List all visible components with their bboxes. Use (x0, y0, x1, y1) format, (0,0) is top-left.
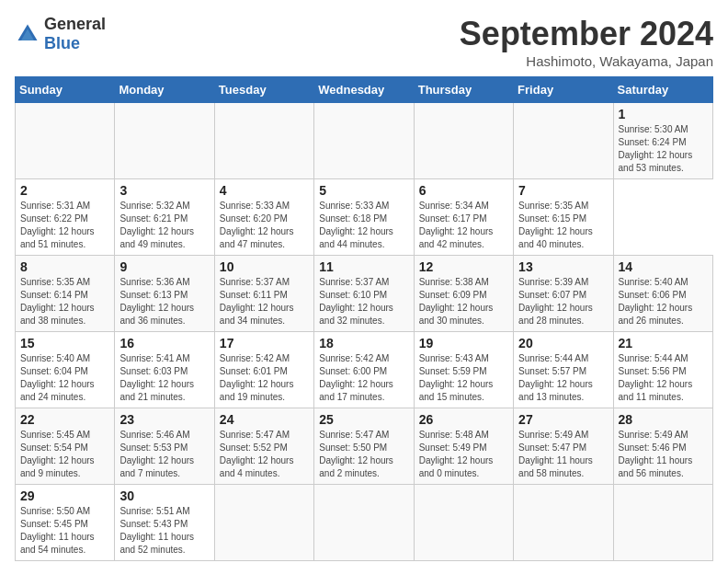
calendar-cell: 6Sunrise: 5:34 AMSunset: 6:17 PMDaylight… (414, 179, 513, 256)
calendar-cell (115, 103, 214, 179)
day-number: 10 (220, 259, 309, 274)
calendar-header: Sunday Monday Tuesday Wednesday Thursday… (16, 77, 713, 103)
day-number: 7 (518, 183, 608, 198)
calendar-cell: 2Sunrise: 5:31 AMSunset: 6:22 PMDaylight… (16, 179, 115, 256)
calendar-cell: 14Sunrise: 5:40 AMSunset: 6:06 PMDayligh… (613, 256, 712, 332)
day-number: 26 (419, 412, 508, 427)
day-details: Sunrise: 5:41 AMSunset: 6:03 PMDaylight:… (119, 352, 209, 404)
calendar-cell: 22Sunrise: 5:45 AMSunset: 5:54 PMDayligh… (16, 408, 115, 485)
header-wednesday: Wednesday (314, 77, 414, 103)
calendar-cell (514, 485, 613, 561)
day-details: Sunrise: 5:44 AMSunset: 5:57 PMDaylight:… (518, 352, 608, 404)
day-number: 14 (619, 259, 708, 274)
calendar-cell: 13Sunrise: 5:39 AMSunset: 6:07 PMDayligh… (514, 256, 613, 332)
day-details: Sunrise: 5:49 AMSunset: 5:46 PMDaylight:… (619, 429, 708, 480)
day-details: Sunrise: 5:50 AMSunset: 5:45 PMDaylight:… (20, 505, 109, 557)
logo-icon (15, 21, 40, 47)
calendar-cell: 1Sunrise: 5:30 AMSunset: 6:24 PMDaylight… (613, 103, 712, 179)
calendar-cell: 26Sunrise: 5:48 AMSunset: 5:49 PMDayligh… (414, 408, 513, 485)
day-number: 28 (619, 412, 708, 427)
calendar-cell: 15Sunrise: 5:40 AMSunset: 6:04 PMDayligh… (16, 332, 115, 408)
calendar-cell: 11Sunrise: 5:37 AMSunset: 6:10 PMDayligh… (314, 256, 414, 332)
header-thursday: Thursday (414, 77, 513, 103)
day-details: Sunrise: 5:47 AMSunset: 5:52 PMDaylight:… (220, 429, 309, 480)
day-number: 22 (20, 412, 109, 427)
day-details: Sunrise: 5:45 AMSunset: 5:54 PMDaylight:… (20, 429, 109, 480)
calendar-cell: 9Sunrise: 5:36 AMSunset: 6:13 PMDaylight… (115, 256, 214, 332)
logo-general: General (44, 15, 106, 33)
calendar-cell: 23Sunrise: 5:46 AMSunset: 5:53 PMDayligh… (115, 408, 214, 485)
title-area: September 2024 Hashimoto, Wakayama, Japa… (460, 15, 713, 69)
day-number: 12 (419, 259, 508, 274)
day-details: Sunrise: 5:34 AMSunset: 6:17 PMDaylight:… (419, 200, 508, 251)
header-sunday: Sunday (16, 77, 115, 103)
day-details: Sunrise: 5:44 AMSunset: 5:56 PMDaylight:… (619, 352, 708, 404)
day-details: Sunrise: 5:47 AMSunset: 5:50 PMDaylight:… (319, 429, 408, 480)
logo-blue: Blue (44, 34, 80, 52)
day-details: Sunrise: 5:30 AMSunset: 6:24 PMDaylight:… (619, 123, 708, 175)
day-number: 17 (220, 336, 309, 350)
header-tuesday: Tuesday (214, 77, 313, 103)
day-details: Sunrise: 5:37 AMSunset: 6:10 PMDaylight:… (319, 276, 408, 327)
calendar-cell (314, 103, 414, 179)
day-number: 9 (119, 259, 209, 274)
day-details: Sunrise: 5:35 AMSunset: 6:14 PMDaylight:… (20, 276, 109, 327)
calendar-cell: 17Sunrise: 5:42 AMSunset: 6:01 PMDayligh… (214, 332, 313, 408)
calendar-cell (414, 485, 513, 561)
calendar-cell: 19Sunrise: 5:43 AMSunset: 5:59 PMDayligh… (414, 332, 513, 408)
calendar-cell (214, 103, 313, 179)
header-saturday: Saturday (613, 77, 712, 103)
day-number: 4 (220, 183, 309, 198)
calendar-cell (214, 485, 313, 561)
calendar-cell: 28Sunrise: 5:49 AMSunset: 5:46 PMDayligh… (613, 408, 712, 485)
calendar-cell: 18Sunrise: 5:42 AMSunset: 6:00 PMDayligh… (314, 332, 414, 408)
location-title: Hashimoto, Wakayama, Japan (460, 53, 713, 69)
day-number: 29 (20, 488, 109, 503)
day-number: 18 (319, 336, 408, 350)
day-details: Sunrise: 5:49 AMSunset: 5:47 PMDaylight:… (518, 429, 608, 480)
day-number: 3 (119, 183, 209, 198)
calendar-cell: 25Sunrise: 5:47 AMSunset: 5:50 PMDayligh… (314, 408, 414, 485)
day-number: 16 (119, 336, 209, 350)
day-details: Sunrise: 5:31 AMSunset: 6:22 PMDaylight:… (20, 200, 109, 251)
calendar-cell: 21Sunrise: 5:44 AMSunset: 5:56 PMDayligh… (613, 332, 712, 408)
calendar-cell: 20Sunrise: 5:44 AMSunset: 5:57 PMDayligh… (514, 332, 613, 408)
day-number: 1 (619, 107, 708, 121)
header: General Blue September 2024 Hashimoto, W… (15, 15, 713, 69)
calendar-cell (314, 485, 414, 561)
day-details: Sunrise: 5:48 AMSunset: 5:49 PMDaylight:… (419, 429, 508, 480)
day-details: Sunrise: 5:40 AMSunset: 6:06 PMDaylight:… (619, 276, 708, 327)
day-number: 20 (518, 336, 608, 350)
day-details: Sunrise: 5:43 AMSunset: 5:59 PMDaylight:… (419, 352, 508, 404)
header-monday: Monday (115, 77, 214, 103)
calendar-cell (514, 103, 613, 179)
day-number: 13 (518, 259, 608, 274)
day-number: 11 (319, 259, 408, 274)
calendar-cell: 4Sunrise: 5:33 AMSunset: 6:20 PMDaylight… (214, 179, 313, 256)
calendar-cell: 8Sunrise: 5:35 AMSunset: 6:14 PMDaylight… (16, 256, 115, 332)
day-details: Sunrise: 5:42 AMSunset: 6:01 PMDaylight:… (220, 352, 309, 404)
day-details: Sunrise: 5:37 AMSunset: 6:11 PMDaylight:… (220, 276, 309, 327)
day-number: 23 (119, 412, 209, 427)
day-details: Sunrise: 5:36 AMSunset: 6:13 PMDaylight:… (119, 276, 209, 327)
day-details: Sunrise: 5:35 AMSunset: 6:15 PMDaylight:… (518, 200, 608, 251)
month-title: September 2024 (460, 15, 713, 53)
day-details: Sunrise: 5:42 AMSunset: 6:00 PMDaylight:… (319, 352, 408, 404)
day-number: 24 (220, 412, 309, 427)
day-number: 6 (419, 183, 508, 198)
calendar-cell: 16Sunrise: 5:41 AMSunset: 6:03 PMDayligh… (115, 332, 214, 408)
day-number: 15 (20, 336, 109, 350)
calendar-cell: 30Sunrise: 5:51 AMSunset: 5:43 PMDayligh… (115, 485, 214, 561)
day-number: 19 (419, 336, 508, 350)
calendar-cell (613, 485, 712, 561)
day-details: Sunrise: 5:46 AMSunset: 5:53 PMDaylight:… (119, 429, 209, 480)
header-friday: Friday (514, 77, 613, 103)
day-number: 30 (119, 488, 209, 503)
day-details: Sunrise: 5:51 AMSunset: 5:43 PMDaylight:… (119, 505, 209, 557)
calendar-cell: 7Sunrise: 5:35 AMSunset: 6:15 PMDaylight… (514, 179, 613, 256)
calendar-table: Sunday Monday Tuesday Wednesday Thursday… (15, 76, 713, 561)
calendar-cell (16, 103, 115, 179)
day-details: Sunrise: 5:33 AMSunset: 6:20 PMDaylight:… (220, 200, 309, 251)
day-details: Sunrise: 5:38 AMSunset: 6:09 PMDaylight:… (419, 276, 508, 327)
calendar-cell: 10Sunrise: 5:37 AMSunset: 6:11 PMDayligh… (214, 256, 313, 332)
